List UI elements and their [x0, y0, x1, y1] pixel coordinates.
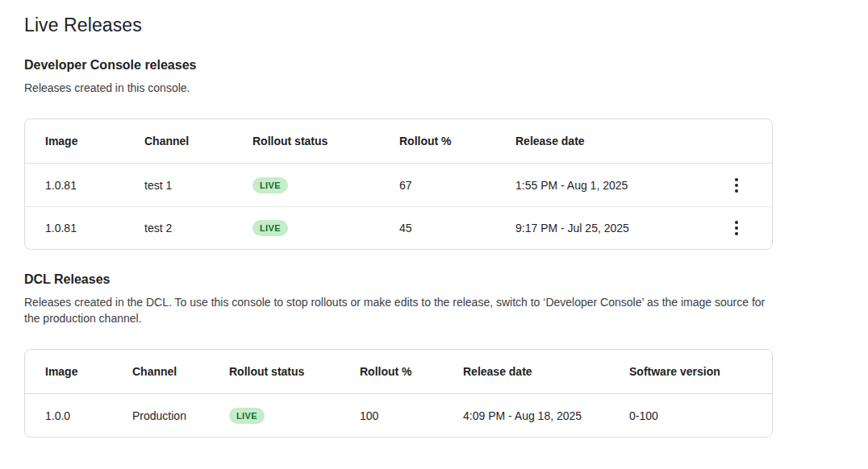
- column-header-release-date: Release date: [463, 365, 629, 378]
- cell-image: 1.0.0: [45, 409, 132, 422]
- table-row: 1.0.81 test 2 LIVE 45 9:17 PM - Jul 25, …: [25, 206, 772, 249]
- column-header-release-date: Release date: [515, 135, 714, 147]
- column-header-rollout-pct: Rollout %: [360, 365, 463, 378]
- column-header-channel: Channel: [132, 365, 229, 378]
- column-header-software-version: Software version: [629, 365, 759, 378]
- cell-image: 1.0.81: [45, 179, 144, 192]
- live-status-badge: LIVE: [252, 220, 288, 236]
- cell-channel: Production: [132, 409, 229, 422]
- developer-console-releases-description: Releases created in this console.: [24, 80, 766, 96]
- cell-rollout-status: LIVE: [252, 220, 399, 236]
- developer-console-releases-heading: Developer Console releases: [24, 58, 844, 73]
- kebab-menu-icon[interactable]: [730, 216, 743, 240]
- table-header-row: Image Channel Rollout status Rollout % R…: [25, 119, 772, 164]
- cell-release-date: 9:17 PM - Jul 25, 2025: [515, 222, 714, 234]
- cell-software-version: 0-100: [629, 409, 759, 422]
- cell-rollout-status: LIVE: [229, 408, 360, 424]
- cell-channel: test 1: [144, 179, 252, 192]
- cell-row-menu: [714, 173, 759, 197]
- cell-channel: test 2: [144, 222, 252, 234]
- table-row: 1.0.81 test 1 LIVE 67 1:55 PM - Aug 1, 2…: [25, 164, 772, 206]
- dcl-releases-description: Releases created in the DCL. To use this…: [24, 294, 766, 326]
- column-header-channel: Channel: [144, 135, 252, 147]
- live-status-badge: LIVE: [252, 177, 288, 193]
- column-header-image: Image: [45, 365, 132, 378]
- column-header-rollout-status: Rollout status: [229, 365, 360, 378]
- page-title: Live Releases: [24, 15, 844, 36]
- cell-release-date: 4:09 PM - Aug 18, 2025: [463, 409, 629, 422]
- column-header-rollout-pct: Rollout %: [399, 135, 515, 147]
- cell-rollout-pct: 45: [399, 222, 515, 234]
- cell-release-date: 1:55 PM - Aug 1, 2025: [515, 179, 714, 192]
- cell-rollout-pct: 67: [399, 179, 515, 192]
- dcl-releases-table: Image Channel Rollout status Rollout % R…: [24, 349, 773, 438]
- dcl-releases-heading: DCL Releases: [24, 272, 844, 287]
- column-header-image: Image: [45, 135, 144, 147]
- cell-image: 1.0.81: [45, 222, 144, 234]
- cell-rollout-status: LIVE: [252, 177, 399, 193]
- live-status-badge: LIVE: [229, 408, 265, 424]
- developer-console-releases-table: Image Channel Rollout status Rollout % R…: [24, 118, 773, 250]
- cell-rollout-pct: 100: [360, 409, 463, 422]
- table-header-row: Image Channel Rollout status Rollout % R…: [25, 350, 772, 394]
- kebab-menu-icon[interactable]: [730, 173, 743, 197]
- table-row: 1.0.0 Production LIVE 100 4:09 PM - Aug …: [25, 394, 772, 437]
- cell-row-menu: [714, 216, 759, 240]
- live-releases-page: Live Releases Developer Console releases…: [0, 0, 868, 469]
- column-header-rollout-status: Rollout status: [252, 135, 399, 147]
